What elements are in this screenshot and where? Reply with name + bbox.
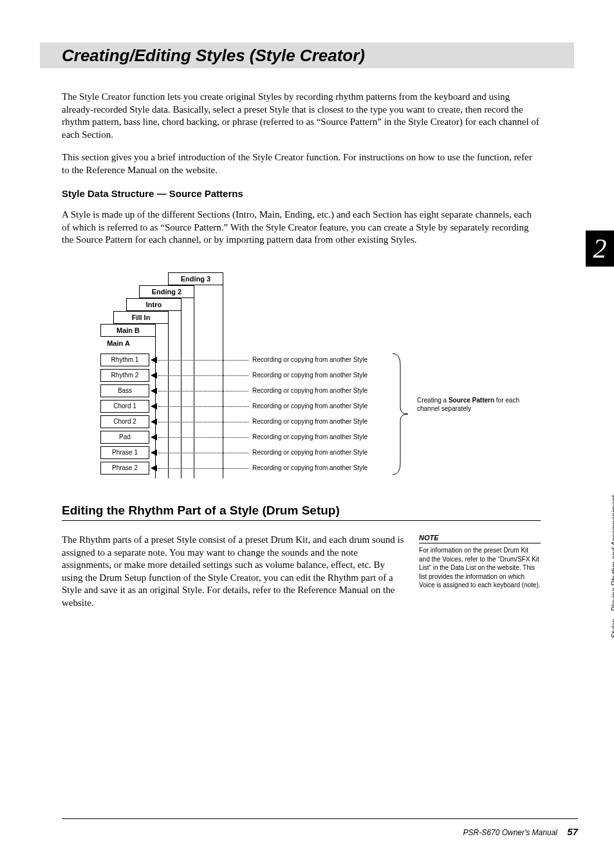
dotted-line — [158, 453, 248, 453]
source-pattern-callout: Creating a Source Pattern for each chann… — [417, 396, 526, 413]
copy-label: Recording or copying from another Style — [252, 387, 367, 394]
dotted-line — [158, 422, 248, 422]
source-pattern-heading: Style Data Structure — Source Patterns — [62, 188, 541, 199]
playhead-icon — [151, 357, 157, 363]
channel-phrase-2: Phrase 2 — [100, 462, 149, 475]
channel-phrase-1: Phrase 1 — [100, 446, 149, 459]
footer-manual: PSR-S670 Owner's Manual — [463, 828, 557, 837]
playhead-icon — [151, 449, 157, 456]
source-pattern-diagram: Main A Main B Fill In Intro Ending 2 End… — [62, 272, 541, 491]
source-pattern-body: A Style is made up of the different Sect… — [62, 209, 541, 247]
section-tab-ending-3: Ending 3 — [168, 272, 223, 285]
dotted-line — [158, 406, 248, 407]
diagram-line — [223, 285, 223, 478]
dotted-line — [158, 437, 248, 438]
dotted-line — [158, 375, 248, 376]
drum-setup-section: Editing the Rhythm Part of a Style (Drum… — [62, 504, 541, 609]
copy-label: Recording or copying from another Style — [252, 356, 367, 363]
chapter-number: 2 — [586, 231, 614, 267]
copy-label: Recording or copying from another Style — [252, 418, 367, 425]
intro-para-2: This section gives you a brief introduct… — [62, 151, 541, 176]
section-title: Creating/Editing Styles (Style Creator) — [62, 46, 365, 66]
section-header: Creating/Editing Styles (Style Creator) — [40, 42, 574, 68]
section-tab-main-b: Main B — [100, 324, 156, 337]
playhead-icon — [151, 403, 157, 410]
copy-label: Recording or copying from another Style — [252, 433, 367, 440]
playhead-icon — [151, 434, 157, 440]
footer: PSR-S670 Owner's Manual 57 — [463, 826, 578, 837]
side-chapter-label: Styles – Playing Rhythm and Accompanimen… — [610, 489, 614, 638]
main-content: The Style Creator function lets you crea… — [62, 81, 541, 491]
playhead-icon — [151, 465, 157, 471]
copy-label: Recording or copying from another Style — [252, 464, 367, 471]
channel-bass: Bass — [100, 384, 149, 397]
dotted-line — [158, 468, 248, 469]
intro-para-1: The Style Creator function lets you crea… — [62, 91, 541, 141]
copy-label: Recording or copying from another Style — [252, 402, 367, 410]
playhead-icon — [151, 419, 157, 425]
bracket-icon — [391, 352, 411, 476]
section-tab-main-a: Main A — [81, 337, 156, 350]
playhead-icon — [151, 372, 157, 379]
page-number: 57 — [567, 826, 578, 837]
playhead-icon — [151, 388, 157, 394]
channel-rhythm-1: Rhythm 1 — [100, 354, 149, 366]
section-tab-intro: Intro — [126, 298, 181, 311]
channel-chord-2: Chord 2 — [100, 415, 149, 428]
channel-rhythm-2: Rhythm 2 — [100, 369, 149, 382]
copy-label: Recording or copying from another Style — [252, 449, 367, 456]
callout-bold: Source Pattern — [449, 397, 494, 404]
note-body: For information on the preset Drum Kit a… — [419, 546, 541, 590]
section-tab-fill-in: Fill In — [113, 311, 169, 324]
dotted-line — [158, 360, 248, 361]
diagram-line — [194, 297, 194, 478]
note-heading: NOTE — [419, 534, 541, 543]
drum-setup-body: The Rhythm parts of a preset Style consi… — [62, 534, 407, 609]
diagram-line — [168, 323, 169, 478]
dotted-line — [158, 391, 248, 392]
footer-rule — [62, 818, 578, 819]
channel-pad: Pad — [100, 431, 149, 444]
copy-label: Recording or copying from another Style — [252, 372, 367, 379]
channel-chord-1: Chord 1 — [100, 400, 149, 413]
callout-text: Creating a — [417, 397, 449, 404]
note-box: NOTE For information on the preset Drum … — [419, 534, 541, 590]
drum-setup-heading: Editing the Rhythm Part of a Style (Drum… — [62, 504, 541, 521]
section-tab-ending-2: Ending 2 — [139, 285, 194, 298]
